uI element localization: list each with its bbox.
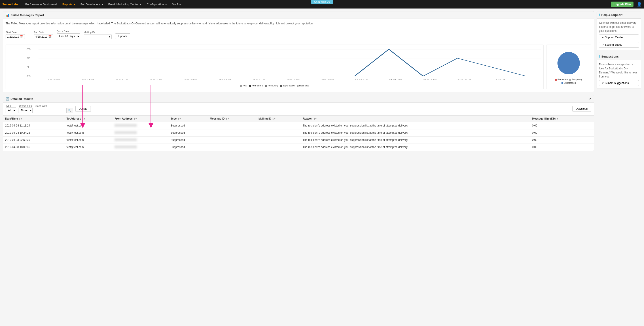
quick-date-select[interactable]: Last 90 Days	[57, 33, 80, 39]
table-row: 2019-04-24 10:24:23 test@test.com Suppre…	[3, 129, 594, 136]
nav-item-developers[interactable]: For Developers ▾	[78, 1, 105, 8]
cell-datetime: 2019-04-24 11:11:24	[3, 122, 64, 129]
cell-message-id	[208, 136, 256, 144]
col-type: Type ℹ ▾	[168, 115, 208, 122]
detailed-results-panel: 🔄 Detailed Results ↗ Type All Search Fie…	[3, 95, 594, 151]
support-center-button[interactable]: ↗ Support Center	[599, 35, 639, 40]
search-field-select[interactable]: None	[18, 107, 33, 113]
cell-to-address: test@test.com	[64, 136, 112, 144]
type-filter-select[interactable]: All	[6, 107, 16, 113]
user-icon[interactable]: 👤	[637, 2, 642, 7]
pie-chart-area: Permanent Temporary Suppressed	[546, 45, 591, 89]
end-date-input[interactable]: 4/29/2019 📅	[34, 34, 53, 39]
cell-mailing-id	[256, 136, 300, 144]
blurred-address	[114, 131, 137, 134]
cell-message-size: 0.00	[530, 122, 594, 129]
svg-text:4-02: 4-02	[355, 78, 368, 81]
legend-temporary: Temporary	[265, 84, 278, 87]
cell-type: Suppressed	[168, 122, 208, 129]
external-link-icon-status: ↗	[602, 43, 604, 46]
submit-suggestions-button[interactable]: ↗ Submit Suggestions	[599, 80, 639, 86]
svg-text:4-23: 4-23	[457, 78, 471, 81]
search-button[interactable]: 🔍	[66, 108, 73, 113]
starts-with-label: Starts With	[35, 105, 73, 107]
start-date-input[interactable]: 1/29/2019 📅	[6, 34, 25, 39]
svg-text:4-16: 4-16	[423, 78, 437, 81]
search-field-group: Search Field None	[18, 104, 33, 113]
cell-message-size: 0.00	[530, 136, 594, 144]
email-marketing-arrow-icon: ▾	[140, 3, 141, 6]
type-filter-group: Type All	[6, 104, 16, 113]
col-reason: Reason ℹ ▾	[300, 115, 530, 122]
filters-row: Start Date 1/29/2019 📅 – End Date 4/29/2…	[3, 28, 594, 42]
nav-item-email-marketing[interactable]: Email Marketing Center ▾	[106, 1, 143, 8]
report-title: Failed Messages Report	[11, 14, 44, 17]
col-datetime: Date/Time ℹ ▾	[3, 115, 64, 122]
svg-text:2-26: 2-26	[183, 78, 197, 81]
report-description: The Failed Messages report provides info…	[3, 19, 594, 28]
cell-mailing-id	[256, 144, 300, 151]
detailed-title: Detailed Results	[10, 97, 33, 101]
suggestions-panel: ℹ Suggestions Do you have a suggestion o…	[596, 53, 641, 88]
detailed-results-header: 🔄 Detailed Results ↗	[3, 95, 594, 103]
cell-datetime: 2019-04-24 10:24:23	[3, 129, 64, 136]
cell-message-size: 0.00	[530, 129, 594, 136]
cell-reason: The recipient's address existed on your …	[300, 129, 530, 136]
svg-text:1-29: 1-29	[46, 78, 60, 81]
date-range-separator: –	[28, 36, 30, 39]
cell-type: Suppressed	[168, 144, 208, 151]
suggestions-header: ℹ Suggestions	[597, 53, 641, 60]
quick-date-group: Quick Date Last 90 Days	[57, 30, 80, 39]
pie-legend-permanent: Permanent	[555, 78, 568, 81]
svg-text:0: 0	[26, 75, 31, 77]
chat-badge[interactable]: Chat With Us	[311, 0, 333, 4]
chart-bottom-legend: Total Permanent Temporary Suppresse	[8, 84, 541, 88]
nav-item-configuration[interactable]: Configuration ▾	[144, 1, 169, 8]
external-link-icon[interactable]: ↗	[588, 97, 591, 101]
starts-with-input[interactable]	[35, 108, 66, 113]
cell-to-address: test@test.com	[64, 122, 112, 129]
mailing-id-select[interactable]: ▾	[84, 34, 112, 39]
download-button[interactable]: Download	[572, 106, 591, 112]
col-from-address: From Address ℹ ▾	[112, 115, 168, 122]
legend-permanent: Permanent	[249, 84, 263, 87]
starts-with-input-wrap: 🔍	[35, 108, 73, 113]
upgrade-plan-button[interactable]: Upgrade Plan	[611, 2, 634, 7]
blurred-address	[114, 138, 137, 141]
cell-from-address	[112, 129, 168, 136]
start-date-group: Start Date 1/29/2019 📅	[6, 31, 25, 39]
mailing-id-label: Mailing ID	[84, 31, 112, 34]
start-date-label: Start Date	[6, 31, 25, 34]
filters-update-button[interactable]: Update	[115, 33, 130, 39]
nav-item-myplan[interactable]: My Plan	[170, 1, 185, 8]
table-row: 2019-04-24 11:11:24 test@test.com Suppre…	[3, 122, 594, 129]
cell-from-address	[112, 144, 168, 151]
suggestions-title: Suggestions	[601, 55, 619, 58]
search-field-label: Search Field	[18, 104, 33, 107]
brand-logo: SocketLabs	[2, 3, 18, 6]
pie-legend-temporary: Temporary	[569, 78, 582, 81]
type-filter-label: Type	[6, 104, 16, 107]
col-mailing-id: Mailing ID ℹ ▾	[256, 115, 300, 122]
charts-row: 3 2 1 0 1-29 2-05 2-12 2-19 2-26 3-05 3-…	[3, 42, 594, 92]
calendar-icon-end: 📅	[48, 35, 52, 38]
cell-reason: The recipient's address existed on your …	[300, 144, 530, 151]
legend-suppressed: Suppressed	[280, 84, 294, 87]
refresh-icon: 🔄	[6, 97, 9, 101]
help-support-header: ℹ Help & Support	[597, 12, 641, 19]
failed-messages-panel: 📊 Failed Messages Report The Failed Mess…	[3, 11, 594, 92]
blurred-address	[114, 124, 137, 127]
cell-message-id	[208, 129, 256, 136]
suggestions-icon: ℹ	[599, 55, 600, 58]
svg-text:1: 1	[26, 66, 31, 69]
search-row: Type All Search Field None Starts With �	[3, 103, 594, 115]
col-message-size: Message Size (Kb) ▾	[530, 115, 594, 122]
pie-chart-svg	[555, 50, 582, 77]
cell-mailing-id	[256, 122, 300, 129]
sidebar: ℹ Help & Support Connect with our email …	[596, 11, 641, 151]
system-status-button[interactable]: ↗ System Status	[599, 42, 639, 48]
nav-item-reports[interactable]: Reports ▾	[60, 1, 77, 8]
nav-item-dashboard[interactable]: Performance Dashboard	[23, 1, 59, 8]
chart-icon: 📊	[6, 13, 10, 17]
search-update-button[interactable]: Update	[75, 106, 91, 112]
